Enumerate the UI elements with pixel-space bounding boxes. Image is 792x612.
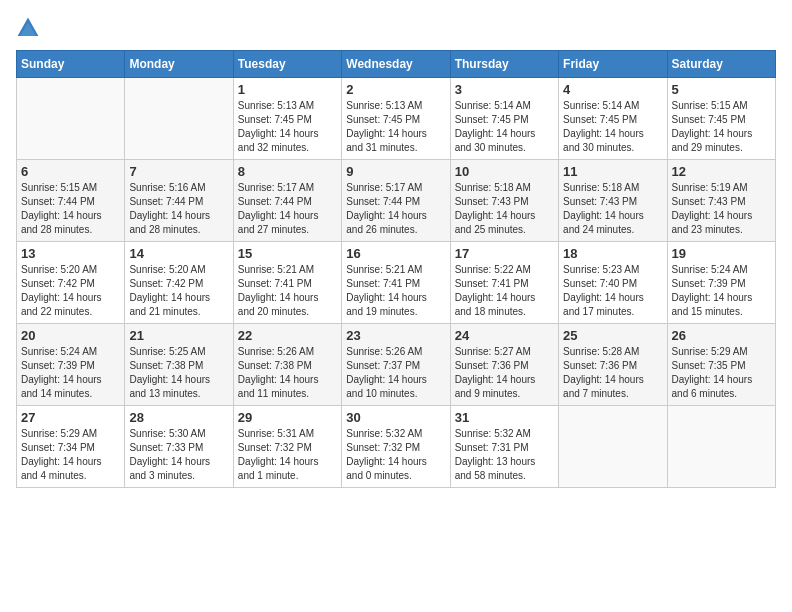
weekday-header-row: SundayMondayTuesdayWednesdayThursdayFrid…: [17, 51, 776, 78]
day-number: 11: [563, 164, 662, 179]
day-number: 30: [346, 410, 445, 425]
calendar-day: 3 Sunrise: 5:14 AMSunset: 7:45 PMDayligh…: [450, 78, 558, 160]
day-number: 17: [455, 246, 554, 261]
day-info: Sunrise: 5:20 AMSunset: 7:42 PMDaylight:…: [129, 264, 210, 317]
calendar-day: 5 Sunrise: 5:15 AMSunset: 7:45 PMDayligh…: [667, 78, 775, 160]
calendar-table: SundayMondayTuesdayWednesdayThursdayFrid…: [16, 50, 776, 488]
calendar-day: 14 Sunrise: 5:20 AMSunset: 7:42 PMDaylig…: [125, 242, 233, 324]
day-number: 12: [672, 164, 771, 179]
calendar-day: 13 Sunrise: 5:20 AMSunset: 7:42 PMDaylig…: [17, 242, 125, 324]
calendar-day: [17, 78, 125, 160]
day-info: Sunrise: 5:20 AMSunset: 7:42 PMDaylight:…: [21, 264, 102, 317]
calendar-day: 17 Sunrise: 5:22 AMSunset: 7:41 PMDaylig…: [450, 242, 558, 324]
calendar-week-4: 20 Sunrise: 5:24 AMSunset: 7:39 PMDaylig…: [17, 324, 776, 406]
weekday-header-sunday: Sunday: [17, 51, 125, 78]
day-number: 15: [238, 246, 337, 261]
calendar-day: 16 Sunrise: 5:21 AMSunset: 7:41 PMDaylig…: [342, 242, 450, 324]
day-number: 23: [346, 328, 445, 343]
day-number: 16: [346, 246, 445, 261]
calendar-day: 11 Sunrise: 5:18 AMSunset: 7:43 PMDaylig…: [559, 160, 667, 242]
day-number: 19: [672, 246, 771, 261]
day-number: 1: [238, 82, 337, 97]
weekday-header-monday: Monday: [125, 51, 233, 78]
day-info: Sunrise: 5:13 AMSunset: 7:45 PMDaylight:…: [238, 100, 319, 153]
calendar-day: 2 Sunrise: 5:13 AMSunset: 7:45 PMDayligh…: [342, 78, 450, 160]
day-info: Sunrise: 5:29 AMSunset: 7:35 PMDaylight:…: [672, 346, 753, 399]
day-number: 14: [129, 246, 228, 261]
calendar-week-2: 6 Sunrise: 5:15 AMSunset: 7:44 PMDayligh…: [17, 160, 776, 242]
day-info: Sunrise: 5:14 AMSunset: 7:45 PMDaylight:…: [563, 100, 644, 153]
day-info: Sunrise: 5:28 AMSunset: 7:36 PMDaylight:…: [563, 346, 644, 399]
calendar-week-1: 1 Sunrise: 5:13 AMSunset: 7:45 PMDayligh…: [17, 78, 776, 160]
day-info: Sunrise: 5:32 AMSunset: 7:31 PMDaylight:…: [455, 428, 536, 481]
day-info: Sunrise: 5:26 AMSunset: 7:38 PMDaylight:…: [238, 346, 319, 399]
calendar-day: 6 Sunrise: 5:15 AMSunset: 7:44 PMDayligh…: [17, 160, 125, 242]
day-number: 22: [238, 328, 337, 343]
calendar-day: 26 Sunrise: 5:29 AMSunset: 7:35 PMDaylig…: [667, 324, 775, 406]
calendar-day: 30 Sunrise: 5:32 AMSunset: 7:32 PMDaylig…: [342, 406, 450, 488]
calendar-day: 27 Sunrise: 5:29 AMSunset: 7:34 PMDaylig…: [17, 406, 125, 488]
calendar-day: 29 Sunrise: 5:31 AMSunset: 7:32 PMDaylig…: [233, 406, 341, 488]
logo: [16, 16, 44, 40]
day-number: 2: [346, 82, 445, 97]
day-info: Sunrise: 5:16 AMSunset: 7:44 PMDaylight:…: [129, 182, 210, 235]
page-header: [16, 16, 776, 40]
day-number: 26: [672, 328, 771, 343]
calendar-day: 15 Sunrise: 5:21 AMSunset: 7:41 PMDaylig…: [233, 242, 341, 324]
day-number: 6: [21, 164, 120, 179]
day-info: Sunrise: 5:26 AMSunset: 7:37 PMDaylight:…: [346, 346, 427, 399]
day-info: Sunrise: 5:23 AMSunset: 7:40 PMDaylight:…: [563, 264, 644, 317]
day-number: 9: [346, 164, 445, 179]
day-info: Sunrise: 5:22 AMSunset: 7:41 PMDaylight:…: [455, 264, 536, 317]
day-number: 5: [672, 82, 771, 97]
day-info: Sunrise: 5:14 AMSunset: 7:45 PMDaylight:…: [455, 100, 536, 153]
day-info: Sunrise: 5:17 AMSunset: 7:44 PMDaylight:…: [238, 182, 319, 235]
day-number: 27: [21, 410, 120, 425]
day-number: 25: [563, 328, 662, 343]
day-info: Sunrise: 5:15 AMSunset: 7:44 PMDaylight:…: [21, 182, 102, 235]
calendar-week-5: 27 Sunrise: 5:29 AMSunset: 7:34 PMDaylig…: [17, 406, 776, 488]
calendar-day: 19 Sunrise: 5:24 AMSunset: 7:39 PMDaylig…: [667, 242, 775, 324]
calendar-day: 23 Sunrise: 5:26 AMSunset: 7:37 PMDaylig…: [342, 324, 450, 406]
calendar-day: [667, 406, 775, 488]
day-info: Sunrise: 5:18 AMSunset: 7:43 PMDaylight:…: [563, 182, 644, 235]
day-info: Sunrise: 5:25 AMSunset: 7:38 PMDaylight:…: [129, 346, 210, 399]
calendar-day: [559, 406, 667, 488]
weekday-header-saturday: Saturday: [667, 51, 775, 78]
day-number: 20: [21, 328, 120, 343]
calendar-day: 18 Sunrise: 5:23 AMSunset: 7:40 PMDaylig…: [559, 242, 667, 324]
day-info: Sunrise: 5:21 AMSunset: 7:41 PMDaylight:…: [238, 264, 319, 317]
day-info: Sunrise: 5:32 AMSunset: 7:32 PMDaylight:…: [346, 428, 427, 481]
day-info: Sunrise: 5:15 AMSunset: 7:45 PMDaylight:…: [672, 100, 753, 153]
calendar-day: 4 Sunrise: 5:14 AMSunset: 7:45 PMDayligh…: [559, 78, 667, 160]
calendar-day: 24 Sunrise: 5:27 AMSunset: 7:36 PMDaylig…: [450, 324, 558, 406]
day-info: Sunrise: 5:18 AMSunset: 7:43 PMDaylight:…: [455, 182, 536, 235]
day-info: Sunrise: 5:30 AMSunset: 7:33 PMDaylight:…: [129, 428, 210, 481]
day-number: 8: [238, 164, 337, 179]
day-number: 13: [21, 246, 120, 261]
calendar-day: 28 Sunrise: 5:30 AMSunset: 7:33 PMDaylig…: [125, 406, 233, 488]
day-info: Sunrise: 5:17 AMSunset: 7:44 PMDaylight:…: [346, 182, 427, 235]
day-info: Sunrise: 5:27 AMSunset: 7:36 PMDaylight:…: [455, 346, 536, 399]
calendar-day: 20 Sunrise: 5:24 AMSunset: 7:39 PMDaylig…: [17, 324, 125, 406]
calendar-day: 22 Sunrise: 5:26 AMSunset: 7:38 PMDaylig…: [233, 324, 341, 406]
weekday-header-wednesday: Wednesday: [342, 51, 450, 78]
calendar-day: 7 Sunrise: 5:16 AMSunset: 7:44 PMDayligh…: [125, 160, 233, 242]
weekday-header-tuesday: Tuesday: [233, 51, 341, 78]
calendar-day: 8 Sunrise: 5:17 AMSunset: 7:44 PMDayligh…: [233, 160, 341, 242]
day-number: 4: [563, 82, 662, 97]
calendar-day: 21 Sunrise: 5:25 AMSunset: 7:38 PMDaylig…: [125, 324, 233, 406]
day-number: 21: [129, 328, 228, 343]
calendar-day: 31 Sunrise: 5:32 AMSunset: 7:31 PMDaylig…: [450, 406, 558, 488]
weekday-header-friday: Friday: [559, 51, 667, 78]
calendar-day: 1 Sunrise: 5:13 AMSunset: 7:45 PMDayligh…: [233, 78, 341, 160]
day-info: Sunrise: 5:24 AMSunset: 7:39 PMDaylight:…: [672, 264, 753, 317]
day-number: 31: [455, 410, 554, 425]
day-number: 10: [455, 164, 554, 179]
calendar-day: [125, 78, 233, 160]
calendar-day: 25 Sunrise: 5:28 AMSunset: 7:36 PMDaylig…: [559, 324, 667, 406]
day-number: 18: [563, 246, 662, 261]
day-info: Sunrise: 5:21 AMSunset: 7:41 PMDaylight:…: [346, 264, 427, 317]
weekday-header-thursday: Thursday: [450, 51, 558, 78]
day-info: Sunrise: 5:24 AMSunset: 7:39 PMDaylight:…: [21, 346, 102, 399]
